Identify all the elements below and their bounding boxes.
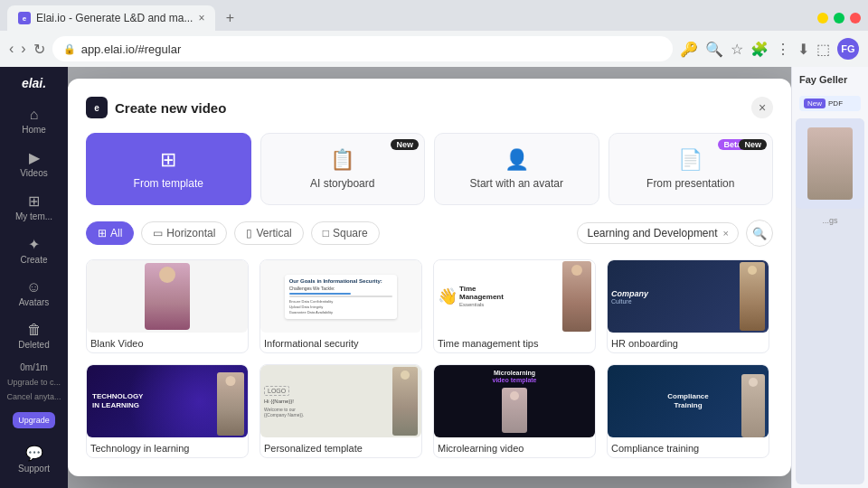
filter-all-button[interactable]: ⊞ All	[86, 221, 134, 245]
tab-favicon: e	[18, 12, 31, 24]
template-thumbnail: Microlearning video template	[434, 365, 595, 437]
modal-title: Create new video	[115, 100, 226, 116]
sidebar-item-home[interactable]: ⌂ Home	[0, 101, 68, 140]
remove-tag-button[interactable]: ×	[723, 228, 729, 239]
sidebar-item-label: My tem...	[15, 211, 52, 221]
extension-icon[interactable]: 🧩	[750, 41, 769, 58]
sidebar-item-label: Support	[18, 464, 50, 474]
template-blank-video[interactable]: Blank Video	[86, 259, 249, 353]
option-ai-storyboard[interactable]: New 📋 AI storyboard	[260, 133, 426, 205]
template-thumbnail: LOGO Hi {{Name}}! Welcome to our{{Compan…	[260, 365, 421, 437]
compliance-text: Compliance Training	[664, 389, 712, 413]
option-label: Start with an avatar	[470, 177, 563, 190]
close-window-button[interactable]	[850, 13, 861, 23]
sidebar-item-support[interactable]: 💬 Support	[0, 439, 68, 479]
modal-close-button[interactable]: ×	[751, 97, 773, 118]
template-thumbnail: Compliance Training	[608, 365, 769, 437]
filter-square-button[interactable]: □ Square	[311, 221, 380, 245]
back-button[interactable]: ‹	[9, 41, 14, 57]
sidebar-item-create[interactable]: ✦ Create	[0, 230, 68, 270]
active-tag-filter[interactable]: Learning and Development ×	[577, 222, 739, 244]
cancel-note: Cancel anyta...	[3, 392, 64, 405]
hr-thumb: Company Culture	[608, 260, 769, 333]
sidebar-item-avatars[interactable]: ☺ Avatars	[0, 274, 68, 313]
reload-button[interactable]: ↻	[33, 41, 45, 58]
template-personalized[interactable]: LOGO Hi {{Name}}! Welcome to our{{Compan…	[259, 364, 422, 458]
search-button[interactable]: 🔍	[746, 220, 773, 247]
filter-vertical-button[interactable]: ▯ Vertical	[234, 221, 303, 245]
template-thumbnail: Our Goals in Informational Security: Cha…	[260, 260, 421, 333]
option-label: From presentation	[646, 177, 734, 190]
profile-avatar[interactable]: FG	[837, 38, 859, 60]
password-icon[interactable]: 🔑	[680, 41, 698, 58]
sidebar-item-discuss[interactable]: 💭 Discuss...	[0, 483, 68, 488]
url-bar[interactable]: 🔒 app.elai.io/#regular	[52, 36, 673, 61]
new-tab-button[interactable]: +	[219, 7, 241, 29]
tab-close-icon[interactable]: ×	[198, 12, 204, 24]
tech-text: TECHNOLOGYIN LEARNING	[92, 392, 143, 409]
templates-icon: ⊞	[28, 192, 40, 210]
preview-area	[796, 118, 864, 209]
template-technology-learning[interactable]: TECHNOLOGYIN LEARNING Technology in lear…	[86, 364, 249, 458]
template-info-security[interactable]: Our Goals in Informational Security: Cha…	[259, 259, 422, 353]
sidebar-item-videos[interactable]: ▶ Videos	[0, 144, 68, 183]
filter-label: All	[110, 227, 122, 239]
preview-label: ...gs	[796, 212, 864, 229]
option-label: From template	[134, 177, 203, 190]
option-from-template[interactable]: ⊞ From template	[86, 133, 251, 205]
sidebar-item-label: Create	[20, 255, 47, 265]
menu-icon[interactable]: ⋮	[776, 41, 790, 58]
right-panel: Fay Geller New PDF ...gs	[791, 67, 868, 488]
horizontal-icon: ▭	[153, 227, 163, 239]
template-title: Compliance training	[608, 437, 769, 457]
right-panel-header: Fay Geller	[792, 67, 868, 92]
hand-emoji: 👋	[438, 286, 458, 306]
address-bar: ‹ › ↻ 🔒 app.elai.io/#regular 🔑 🔍 ☆ 🧩 ⋮ ⬇…	[0, 31, 868, 67]
support-icon: 💬	[25, 445, 43, 462]
template-compliance[interactable]: Compliance Training Compliance training	[607, 364, 769, 458]
new-tag: New	[804, 99, 826, 108]
maximize-button[interactable]	[834, 13, 844, 23]
minimize-button[interactable]	[817, 13, 828, 23]
template-thumbnail: 👋 TimeManagement Essentials	[434, 260, 595, 333]
lock-icon: 🔒	[63, 43, 76, 55]
window-controls	[817, 13, 861, 23]
create-icon: ✦	[28, 236, 40, 253]
sidebar-item-my-templates[interactable]: ⊞ My tem...	[0, 187, 68, 227]
option-start-avatar[interactable]: 👤 Start with an avatar	[434, 133, 599, 205]
sidebar-item-label: Deleted	[18, 340, 49, 350]
sidebar-item-deleted[interactable]: 🗑 Deleted	[0, 316, 68, 355]
avatars-icon: ☺	[26, 279, 41, 296]
personal-content: LOGO Hi {{Name}}! Welcome to our{{Compan…	[264, 386, 392, 418]
template-microlearning[interactable]: Microlearning video template Microlearni…	[433, 364, 596, 458]
forward-button[interactable]: ›	[21, 41, 25, 57]
main-content: e Create new video × ⊞ From template New	[68, 67, 791, 488]
template-grid: Blank Video Our Goals in Informational S…	[86, 259, 773, 458]
tab-title: Elai.io - Generate L&D and ma...	[36, 12, 193, 24]
modal-logo: e	[86, 97, 108, 118]
template-time-management[interactable]: 👋 TimeManagement Essentials Time man	[433, 259, 596, 353]
search-icon[interactable]: 🔍	[705, 41, 723, 58]
new-badge-2: New	[739, 139, 767, 150]
time-title: TimeManagement	[459, 286, 562, 302]
filter-horizontal-button[interactable]: ▭ Horizontal	[141, 221, 227, 245]
cast-icon[interactable]: ⬚	[816, 41, 830, 58]
template-icon: ⊞	[160, 148, 176, 172]
download-icon[interactable]: ⬇	[797, 41, 809, 58]
template-hr-onboarding[interactable]: Company Culture HR onboarding	[607, 259, 769, 353]
template-title: HR onboarding	[608, 333, 769, 352]
right-panel-tag: New PDF	[799, 96, 861, 111]
blank-thumb	[87, 260, 248, 333]
bookmark-icon[interactable]: ☆	[731, 41, 743, 58]
micro-subtitle: video template	[492, 377, 536, 384]
compliance-title: Compliance	[667, 392, 708, 401]
active-tab[interactable]: e Elai.io - Generate L&D and ma... ×	[7, 5, 215, 31]
upgrade-button[interactable]: Upgrade	[13, 412, 55, 428]
personal-greeting: Hi {{Name}}!	[264, 399, 392, 404]
personal-text: Welcome to our{{Company Name}}.	[264, 407, 392, 418]
new-badge: New	[391, 139, 419, 150]
option-label: AI storyboard	[310, 177, 374, 190]
upgrade-note: Upgrade to c...	[4, 376, 64, 389]
option-from-presentation[interactable]: Beta New 📄 From presentation	[609, 133, 774, 205]
browser-chrome: e Elai.io - Generate L&D and ma... × + ‹…	[0, 0, 868, 67]
